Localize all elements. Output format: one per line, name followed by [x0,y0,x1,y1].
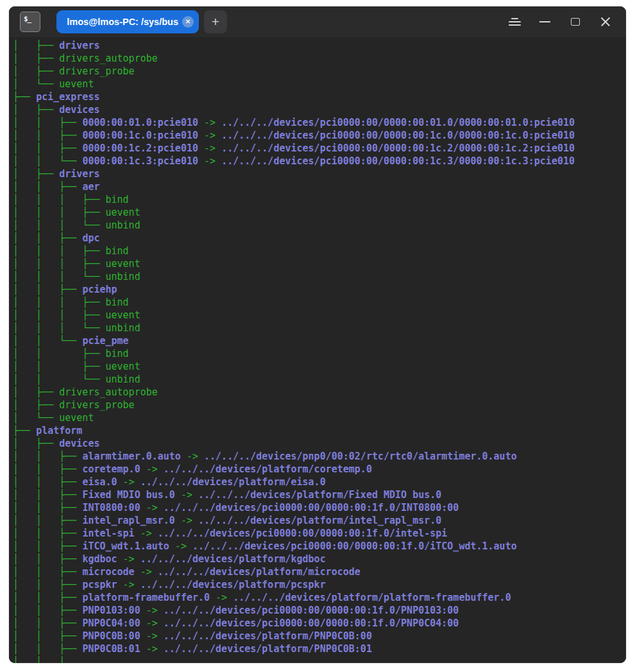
symlink-name: intel-spi [82,528,134,539]
tree-row: │ │ ├── 0000:00:01.0:pcie010 -> ../../..… [13,116,626,129]
file-name: uevent [106,207,140,218]
tree-branch: ├── [13,91,36,103]
titlebar: $_ lmos@lmos-PC: /sys/bus ✕ + [9,6,626,37]
symlink-name: iTCO_wdt.1.auto [82,540,169,552]
file-name: bind [106,348,129,359]
symlink-arrow: -> [210,592,233,603]
tree-row: │ ├── drivers [13,39,626,52]
tab-close-button[interactable]: ✕ [182,16,194,28]
tree-row: │ │ │ ├── uevent [13,309,626,322]
symlink-name: PNP0C0B:01 [82,643,140,655]
file-name: uevent [59,78,94,90]
tree-branch: │ │ ├── [13,284,82,295]
tree-branch: │ │ ├── [13,232,82,244]
file-name: drivers_autoprobe [59,386,158,398]
tree-row: │ │ ├── intel_rapl_msr.0 -> ../../../dev… [13,514,626,527]
close-icon: ✕ [185,19,190,25]
tree-row: ├── platform [13,424,626,437]
tree-branch: │ ├── [13,438,59,449]
symlink-arrow: -> [175,489,198,501]
tree-row: │ │ ├── pciehp [13,283,626,296]
tree-row: │ │ │ └── unbind [13,322,626,334]
directory-name: pci_express [36,91,99,103]
tree-row: │ │ ├── PNP0103:00 -> ../../../devices/p… [13,604,626,617]
symlink-arrow: -> [198,142,221,154]
tree-branch: │ │ ├── [13,579,82,590]
tree-row: │ │ ├── PNP0C0B:01 -> ../../../devices/p… [13,642,626,655]
tree-row: ├── pci_express [13,90,626,103]
symlink-name: 0000:00:1c.0:pcie010 [82,130,198,141]
tree-row: │ │ │ ├── uevent [13,257,626,270]
tree-branch: │ │ ├── [13,361,106,372]
tree-row: │ │ ├── 0000:00:1c.0:pcie010 -> ../../..… [13,129,626,142]
tree-row: │ │ │ └── unbind [13,270,626,283]
tree-branch: │ │ ├── [13,463,82,475]
tree-row: │ ├── drivers_autoprobe [13,386,626,399]
symlink-arrow: -> [198,117,221,128]
terminal-viewport[interactable]: │ ├── drivers│ ├── drivers_autoprobe│ ├─… [9,37,626,663]
tree-branch: │ │ ├── [13,502,82,513]
tree-branch: │ ├── [13,104,59,116]
symlink-name: PNP0C04:00 [82,617,140,629]
terminal-app-icon: $_ [20,12,40,32]
close-icon [600,17,611,27]
tree-row: │ └── uevent [13,78,626,90]
tab-title: lmos@lmos-PC: /sys/bus [67,17,178,27]
symlink-target: ../../../devices/platform/PNP0C0B:00 [164,630,372,642]
tree-branch: │ ├── [13,386,59,398]
tree-branch: │ │ ├── [13,617,82,629]
symlink-name: PNP0103:00 [82,605,140,616]
tree-row: │ │ ├── 0000:00:1c.2:pcie010 -> ../../..… [13,142,626,155]
tree-branch: │ │ ├── [13,476,82,488]
file-name: drivers_probe [59,65,134,77]
tree-row: │ │ ├── bind [13,347,626,360]
tree-row: │ │ ├── intel-spi -> ../../../devices/pc… [13,527,626,540]
file-name: unbind [106,322,140,334]
tree-row: │ │ ├── INT0800:00 -> ../../../devices/p… [13,501,626,514]
tree-branch: │ └── [13,412,59,424]
directory-name: devices [59,438,99,449]
tree-row: │ ├── devices [13,437,626,450]
new-tab-button[interactable]: + [204,10,227,33]
tree-branch: │ │ │ [13,656,65,663]
hamburger-menu-icon [509,18,521,26]
tree-row: │ │ ├── pcspkr -> ../../../devices/platf… [13,578,626,591]
directory-name: pciehp [82,284,117,295]
tree-branch: │ │ ├── [13,348,106,359]
tree-branch: │ │ ├── [13,117,82,128]
tree-row: │ │ ├── kgdboc -> ../../../devices/platf… [13,553,626,565]
symlink-name: 0000:00:1c.3:pcie010 [82,155,198,167]
symlink-target: ../../../devices/platform/pcspkr [140,579,326,590]
symlink-target: ../../../devices/pci0000:00/0000:00:01.0… [221,117,575,128]
file-name: uevent [59,412,94,424]
tree-row: │ │ │ [13,655,626,663]
tree-branch: │ │ ├── [13,566,82,578]
symlink-target: ../../../devices/pci0000:00/0000:00:1c.3… [221,155,575,167]
file-name: bind [106,245,129,257]
tree-row: │ │ ├── coretemp.0 -> ../../../devices/p… [13,463,626,476]
tree-branch: │ │ └── [13,155,82,167]
minimize-button[interactable] [530,6,560,37]
tree-branch: │ │ │ ├── [13,309,106,321]
symlink-arrow: -> [198,130,221,141]
tree-branch: │ │ ├── [13,181,82,193]
tree-row: │ │ │ ├── bind [13,193,626,206]
plus-icon: + [212,15,219,30]
symlink-name: 0000:00:01.0:pcie010 [82,117,198,128]
tree-row: │ │ ├── dpc [13,232,626,245]
tree-branch: │ │ │ ├── [13,258,106,270]
tree-branch: │ │ │ └── [13,322,106,334]
tree-branch: │ │ │ ├── [13,207,106,218]
menu-button[interactable] [500,6,530,37]
tree-branch: │ │ │ ├── [13,245,106,257]
tree-row: │ │ │ ├── uevent [13,206,626,219]
directory-name: drivers [59,168,99,180]
tree-branch: │ │ └── [13,335,82,347]
tree-branch: │ ├── [13,399,59,411]
tree-branch: │ │ ├── [13,489,82,501]
maximize-button[interactable] [560,6,590,37]
tree-branch: │ ├── [13,53,59,64]
close-button[interactable] [590,6,620,37]
symlink-target: ../../../devices/platform/coretemp.0 [164,463,372,475]
tab-active[interactable]: lmos@lmos-PC: /sys/bus ✕ [56,10,199,33]
